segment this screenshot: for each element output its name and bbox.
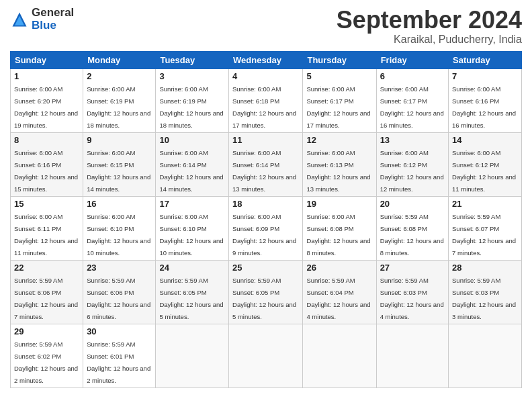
day-detail: Sunrise: 6:00 AMSunset: 6:09 PMDaylight:… <box>232 213 296 257</box>
day-detail: Sunrise: 5:59 AMSunset: 6:06 PMDaylight:… <box>87 277 150 320</box>
day-number: 20 <box>380 199 445 209</box>
calendar-week-row: 22 Sunrise: 5:59 AMSunset: 6:06 PMDaylig… <box>11 260 522 324</box>
day-detail: Sunrise: 5:59 AMSunset: 6:08 PMDaylight:… <box>380 213 444 257</box>
day-detail: Sunrise: 5:59 AMSunset: 6:04 PMDaylight:… <box>306 277 370 320</box>
day-number: 25 <box>232 263 299 273</box>
table-row: 26 Sunrise: 5:59 AMSunset: 6:04 PMDaylig… <box>303 260 376 324</box>
table-row: 5 Sunrise: 6:00 AMSunset: 6:17 PMDayligh… <box>303 68 376 132</box>
day-detail: Sunrise: 6:00 AMSunset: 6:16 PMDaylight:… <box>452 85 516 129</box>
col-friday: Friday <box>376 51 448 68</box>
table-row: 20 Sunrise: 5:59 AMSunset: 6:08 PMDaylig… <box>376 196 448 260</box>
day-detail: Sunrise: 6:00 AMSunset: 6:13 PMDaylight:… <box>306 149 370 193</box>
day-number: 13 <box>380 135 445 145</box>
day-number: 16 <box>87 199 152 209</box>
day-detail: Sunrise: 6:00 AMSunset: 6:10 PMDaylight:… <box>87 213 150 257</box>
day-detail: Sunrise: 6:00 AMSunset: 6:16 PMDaylight:… <box>14 149 78 193</box>
day-number: 19 <box>306 199 372 209</box>
table-row <box>376 324 448 387</box>
table-row: 29 Sunrise: 5:59 AMSunset: 6:02 PMDaylig… <box>11 324 83 387</box>
table-row: 10 Sunrise: 6:00 AMSunset: 6:14 PMDaylig… <box>156 132 229 196</box>
col-monday: Monday <box>83 51 156 68</box>
table-row: 22 Sunrise: 5:59 AMSunset: 6:06 PMDaylig… <box>11 260 83 324</box>
day-number: 8 <box>14 135 79 145</box>
day-detail: Sunrise: 6:00 AMSunset: 6:17 PMDaylight:… <box>306 85 370 129</box>
col-wednesday: Wednesday <box>229 51 303 68</box>
day-detail: Sunrise: 5:59 AMSunset: 6:07 PMDaylight:… <box>452 213 516 257</box>
day-number: 5 <box>306 71 372 81</box>
day-detail: Sunrise: 5:59 AMSunset: 6:05 PMDaylight:… <box>232 277 296 320</box>
day-detail: Sunrise: 6:00 AMSunset: 6:20 PMDaylight:… <box>14 85 78 129</box>
day-number: 21 <box>452 199 518 209</box>
table-row: 23 Sunrise: 5:59 AMSunset: 6:06 PMDaylig… <box>83 260 156 324</box>
table-row: 7 Sunrise: 6:00 AMSunset: 6:16 PMDayligh… <box>449 68 522 132</box>
calendar-week-row: 8 Sunrise: 6:00 AMSunset: 6:16 PMDayligh… <box>11 132 522 196</box>
table-row: 24 Sunrise: 5:59 AMSunset: 6:05 PMDaylig… <box>156 260 229 324</box>
table-row: 3 Sunrise: 6:00 AMSunset: 6:19 PMDayligh… <box>156 68 229 132</box>
table-row: 14 Sunrise: 6:00 AMSunset: 6:12 PMDaylig… <box>449 132 522 196</box>
table-row: 19 Sunrise: 6:00 AMSunset: 6:08 PMDaylig… <box>303 196 376 260</box>
day-number: 28 <box>452 263 518 273</box>
day-detail: Sunrise: 6:00 AMSunset: 6:14 PMDaylight:… <box>159 149 223 193</box>
day-number: 9 <box>87 135 152 145</box>
day-detail: Sunrise: 6:00 AMSunset: 6:17 PMDaylight:… <box>380 85 444 129</box>
day-detail: Sunrise: 5:59 AMSunset: 6:02 PMDaylight:… <box>14 340 78 384</box>
table-row <box>229 324 303 387</box>
day-detail: Sunrise: 5:59 AMSunset: 6:06 PMDaylight:… <box>14 277 78 320</box>
calendar-week-row: 1 Sunrise: 6:00 AMSunset: 6:20 PMDayligh… <box>11 68 522 132</box>
col-saturday: Saturday <box>449 51 522 68</box>
day-detail: Sunrise: 6:00 AMSunset: 6:19 PMDaylight:… <box>159 85 223 129</box>
day-number: 1 <box>14 71 79 81</box>
logo: General Blue <box>10 7 74 32</box>
calendar-week-row: 15 Sunrise: 6:00 AMSunset: 6:11 PMDaylig… <box>11 196 522 260</box>
logo-icon <box>10 10 29 29</box>
logo-general-text: General <box>32 7 74 19</box>
day-detail: Sunrise: 6:00 AMSunset: 6:12 PMDaylight:… <box>380 149 444 193</box>
day-number: 15 <box>14 199 79 209</box>
calendar-table: Sunday Monday Tuesday Wednesday Thursday… <box>10 51 522 388</box>
day-number: 10 <box>159 135 225 145</box>
table-row: 12 Sunrise: 6:00 AMSunset: 6:13 PMDaylig… <box>303 132 376 196</box>
day-number: 17 <box>159 199 225 209</box>
table-row: 27 Sunrise: 5:59 AMSunset: 6:03 PMDaylig… <box>376 260 448 324</box>
table-row: 11 Sunrise: 6:00 AMSunset: 6:14 PMDaylig… <box>229 132 303 196</box>
day-detail: Sunrise: 6:00 AMSunset: 6:19 PMDaylight:… <box>87 85 150 129</box>
table-row <box>449 324 522 387</box>
day-number: 6 <box>380 71 445 81</box>
table-row: 2 Sunrise: 6:00 AMSunset: 6:19 PMDayligh… <box>83 68 156 132</box>
day-detail: Sunrise: 6:00 AMSunset: 6:15 PMDaylight:… <box>87 149 150 193</box>
day-number: 11 <box>232 135 299 145</box>
day-detail: Sunrise: 6:00 AMSunset: 6:08 PMDaylight:… <box>306 213 370 257</box>
day-detail: Sunrise: 5:59 AMSunset: 6:03 PMDaylight:… <box>380 277 444 320</box>
day-number: 29 <box>14 326 79 336</box>
col-thursday: Thursday <box>303 51 376 68</box>
table-row <box>156 324 229 387</box>
day-detail: Sunrise: 5:59 AMSunset: 6:03 PMDaylight:… <box>452 277 516 320</box>
day-number: 7 <box>452 71 518 81</box>
logo-blue-text: Blue <box>32 19 74 32</box>
day-number: 30 <box>87 326 152 336</box>
logo-text: General Blue <box>32 7 74 32</box>
day-number: 26 <box>306 263 372 273</box>
table-row: 1 Sunrise: 6:00 AMSunset: 6:20 PMDayligh… <box>11 68 83 132</box>
table-row: 6 Sunrise: 6:00 AMSunset: 6:17 PMDayligh… <box>376 68 448 132</box>
col-tuesday: Tuesday <box>156 51 229 68</box>
table-row: 16 Sunrise: 6:00 AMSunset: 6:10 PMDaylig… <box>83 196 156 260</box>
day-detail: Sunrise: 5:59 AMSunset: 6:01 PMDaylight:… <box>87 340 150 384</box>
table-row: 4 Sunrise: 6:00 AMSunset: 6:18 PMDayligh… <box>229 68 303 132</box>
day-number: 18 <box>232 199 299 209</box>
day-number: 4 <box>232 71 299 81</box>
day-number: 22 <box>14 263 79 273</box>
day-detail: Sunrise: 6:00 AMSunset: 6:18 PMDaylight:… <box>232 85 296 129</box>
header: General Blue September 2024 Karaikal, Pu… <box>10 7 522 46</box>
table-row: 9 Sunrise: 6:00 AMSunset: 6:15 PMDayligh… <box>83 132 156 196</box>
title-block: September 2024 Karaikal, Puducherry, Ind… <box>337 7 522 46</box>
calendar-week-row: 29 Sunrise: 5:59 AMSunset: 6:02 PMDaylig… <box>11 324 522 387</box>
day-number: 24 <box>159 263 225 273</box>
table-row: 13 Sunrise: 6:00 AMSunset: 6:12 PMDaylig… <box>376 132 448 196</box>
day-number: 27 <box>380 263 445 273</box>
day-number: 3 <box>159 71 225 81</box>
month-title: September 2024 <box>337 7 522 34</box>
col-sunday: Sunday <box>11 51 83 68</box>
day-number: 14 <box>452 135 518 145</box>
day-detail: Sunrise: 6:00 AMSunset: 6:11 PMDaylight:… <box>14 213 78 257</box>
